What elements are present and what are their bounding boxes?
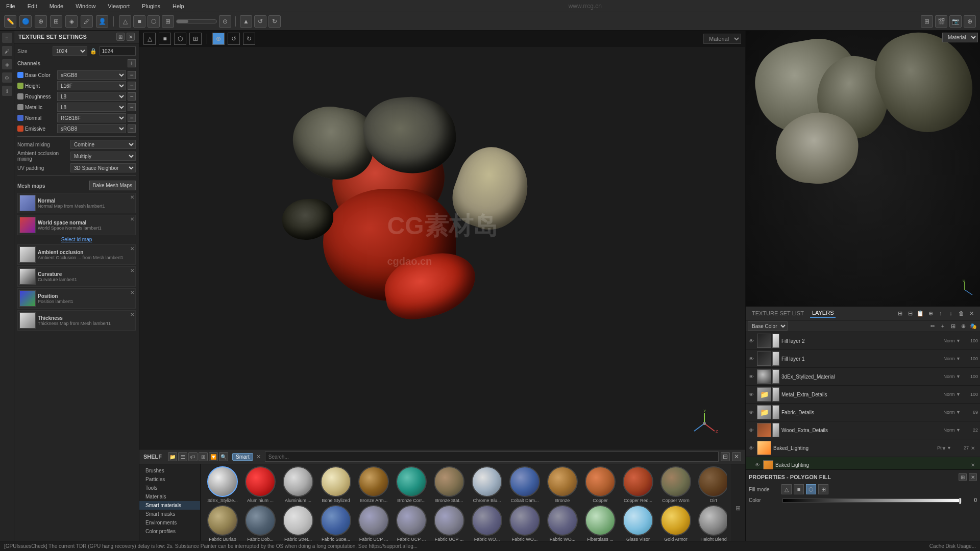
layers-btn-7[interactable]: 🗑 <box>957 309 966 318</box>
channel-tool-1[interactable]: ✏ <box>928 321 937 331</box>
material-item-0[interactable]: Fabric Burlap <box>205 505 240 542</box>
add-channel-btn[interactable]: + <box>128 59 136 67</box>
menu-file[interactable]: File <box>4 2 17 10</box>
channel-remove-roughness[interactable]: − <box>128 92 136 101</box>
shelf-btn-grid[interactable]: ⊞ <box>199 452 208 461</box>
material-item-4[interactable]: Bronze Arm... <box>356 466 391 503</box>
layer-baked-lighting[interactable]: 👁 Baked_Lighting Pthr ▼ 27 ✕ <box>746 439 980 457</box>
channel-format-normal[interactable]: RGB16F <box>57 113 126 122</box>
layer-vis-3dex[interactable]: 👁 <box>748 373 755 380</box>
channel-format-roughness[interactable]: L8 <box>57 92 126 101</box>
properties-expand[interactable]: ⊞ <box>959 473 967 481</box>
layers-btn-close[interactable]: ✕ <box>967 309 976 318</box>
viewport-nav-grid[interactable]: ⊞ <box>189 33 202 45</box>
material-item-5[interactable]: Fabric UCP ... <box>394 505 429 542</box>
viewport-mode3[interactable]: ↻ <box>243 33 255 45</box>
mesh-map-close-normal[interactable]: ✕ <box>130 194 134 200</box>
material-item-12[interactable]: Gold Armor <box>658 505 694 542</box>
panel-expand-btn[interactable]: ⊞ <box>116 33 125 41</box>
material-item-13[interactable]: Height Blend <box>696 505 727 542</box>
mesh-map-close-worldnormal[interactable]: ✕ <box>130 216 134 222</box>
shelf-smart-tab[interactable]: Smart <box>232 453 253 461</box>
shelf-item-materials[interactable]: Materials <box>139 492 200 501</box>
viewport-btn1[interactable]: ⊙ <box>219 15 231 28</box>
material-item-1[interactable]: Aluminium ... <box>242 466 278 503</box>
channel-remove-normal[interactable]: − <box>128 114 136 122</box>
shelf-close-btn[interactable]: ✕ <box>732 452 741 461</box>
material-item-4[interactable]: Fabric UCP ... <box>356 505 391 542</box>
mesh-map-close-position[interactable]: ✕ <box>130 290 134 295</box>
layers-btn-4[interactable]: ⊕ <box>926 309 935 318</box>
material-item-6[interactable]: Fabric UCP ... <box>431 505 467 542</box>
channel-remove-metallic[interactable]: − <box>128 103 136 111</box>
material-item-11[interactable]: Glass Visor <box>620 505 656 542</box>
layer-baked-sub[interactable]: 👁 Baked Lighting ✕ <box>746 457 980 469</box>
shelf-item-smart-masks[interactable]: Smart masks <box>139 510 200 518</box>
layer-3dex[interactable]: 👁 3dEx_Stylized_Material Norm ▼ 100 <box>746 368 980 386</box>
right-material-dropdown[interactable]: Material <box>942 33 978 42</box>
viewport-btn2[interactable]: ▲ <box>240 15 252 28</box>
layer-metal[interactable]: 👁 📁 Metal_Extra_Details Norm ▼ 100 <box>746 386 980 404</box>
channel-format-emissive[interactable]: sRGB8 <box>57 124 126 133</box>
right-tool-2[interactable]: 🎬 <box>935 15 947 28</box>
shelf-item-brushes[interactable]: Brushes <box>139 466 200 475</box>
menu-help[interactable]: Help <box>170 2 186 10</box>
material-item-3[interactable]: Fabric Supe... <box>318 505 354 542</box>
icon-material[interactable]: ◈ <box>2 59 12 69</box>
material-item-8[interactable]: Fabric WO... <box>507 505 543 542</box>
material-item-11[interactable]: Copper Red... <box>620 466 656 503</box>
fill-mode-triangle[interactable]: △ <box>781 484 792 494</box>
viewport[interactable]: △ ■ ⬡ ⊞ ⊕ ↺ ↻ Material <box>139 31 745 449</box>
layer-vis-baked[interactable]: 👁 <box>748 444 755 452</box>
material-item-0[interactable]: 3dEx_Stylize... <box>205 466 240 503</box>
channel-tool-4[interactable]: ⊕ <box>959 321 968 331</box>
menu-plugins[interactable]: Plugins <box>140 2 162 10</box>
channel-tool-2[interactable]: + <box>938 321 947 331</box>
channel-select[interactable]: Base Color <box>748 321 788 331</box>
menu-mode[interactable]: Mode <box>47 2 66 10</box>
navigation-grid[interactable]: ⊞ <box>162 15 174 28</box>
navigation-sphere[interactable]: ⬡ <box>148 15 160 28</box>
viewport-mode2[interactable]: ↺ <box>228 33 240 45</box>
viewport-btn4[interactable]: ↻ <box>268 15 281 28</box>
material-item-9[interactable]: Bronze <box>545 466 580 503</box>
material-item-5[interactable]: Bronze Corr... <box>394 466 429 503</box>
viewport-nav-sphere[interactable]: ⬡ <box>174 33 186 45</box>
channel-format-height[interactable]: L16F <box>57 81 126 90</box>
layers-btn-2[interactable]: ⊟ <box>905 309 915 318</box>
size-select[interactable]: 1024 2048 512 <box>53 46 87 56</box>
channel-remove-emissive[interactable]: − <box>128 124 136 133</box>
fill-mode-grid[interactable]: ⊞ <box>818 484 828 494</box>
shape-tool[interactable]: ◈ <box>65 15 78 28</box>
paint-tool[interactable]: ✏️ <box>4 15 16 28</box>
lock-btn[interactable]: 🔒 <box>89 47 97 55</box>
ao-mixing-select[interactable]: Multiply <box>70 152 136 161</box>
properties-close[interactable]: ✕ <box>969 473 977 481</box>
icon-settings[interactable]: ⚙ <box>2 72 12 83</box>
layer-fill-2[interactable]: 👁 Fill layer 2 Norm ▼ 100 <box>746 332 980 350</box>
viewport-nav-triangle[interactable]: △ <box>143 33 156 45</box>
shelf-search-input[interactable] <box>265 452 719 462</box>
person-tool[interactable]: 👤 <box>96 15 108 28</box>
viewport-btn3[interactable]: ↺ <box>254 15 266 28</box>
layer-fabric[interactable]: 👁 📁 Fabric_Details Norm ▼ 69 <box>746 404 980 421</box>
layers-btn-5[interactable]: ↑ <box>936 309 945 318</box>
uv-padding-select[interactable]: 3D Space Neighbor <box>70 163 136 172</box>
channel-tool-5[interactable]: 🎭 <box>969 321 978 331</box>
shelf-btn-list[interactable]: ☰ <box>178 452 187 461</box>
layers-btn-6[interactable]: ↓ <box>946 309 955 318</box>
navigation-prev[interactable]: △ <box>119 15 131 28</box>
material-item-12[interactable]: Copper Worn <box>658 466 694 503</box>
icon-brush[interactable]: 🖌 <box>2 46 12 56</box>
layer-vis-wood[interactable]: 👁 <box>748 427 755 434</box>
select-tool[interactable]: 🔵 <box>19 15 32 28</box>
material-item-2[interactable]: Aluminium ... <box>280 466 316 503</box>
menu-viewport[interactable]: Viewport <box>106 2 132 10</box>
shelf-btn-tag[interactable]: 🏷 <box>188 452 198 461</box>
layer-vis-fill2[interactable]: 👁 <box>748 337 755 344</box>
fill-mode-circle[interactable]: ⬡ <box>806 484 816 494</box>
material-item-6[interactable]: Bronze Stat... <box>431 466 467 503</box>
shelf-tab-close[interactable]: ✕ <box>256 454 261 460</box>
crop-tool[interactable]: ⊞ <box>50 15 62 28</box>
material-item-1[interactable]: Fabric Dob... <box>242 505 278 542</box>
